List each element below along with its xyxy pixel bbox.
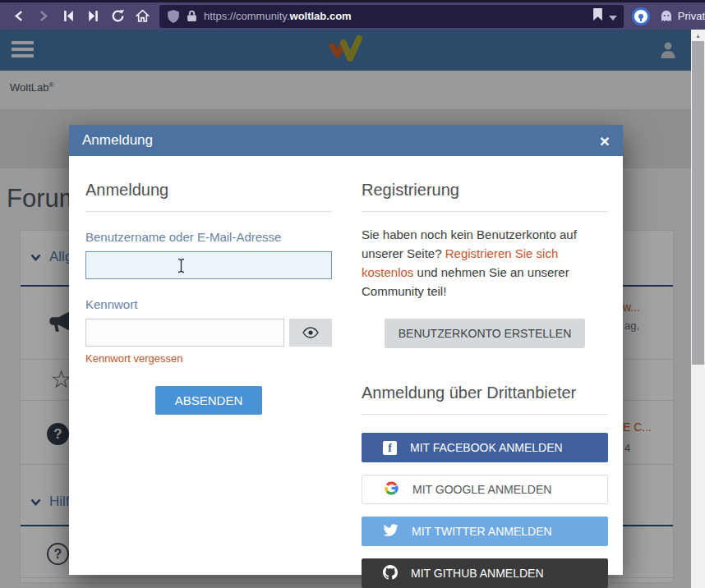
modal-title: Anmeldung: [82, 132, 153, 149]
private-browsing-indicator: Privat: [660, 10, 705, 23]
third-party-heading: Anmeldung über Drittanbieter: [362, 375, 608, 415]
lock-icon[interactable]: [182, 10, 200, 22]
url-prefix: https://community.: [204, 10, 290, 22]
url-domain: woltlab.com: [290, 10, 352, 22]
private-label: Privat: [678, 10, 705, 22]
username-label: Benutzername oder E-Mail-Adresse: [85, 230, 332, 244]
close-icon[interactable]: ×: [600, 132, 610, 149]
scrollbar[interactable]: ▲: [691, 30, 705, 588]
registration-heading: Registrierung: [362, 172, 608, 212]
show-password-button[interactable]: [289, 319, 332, 347]
private-mask-icon: [660, 10, 673, 23]
password-label: Kennwort: [85, 297, 332, 311]
forward-button[interactable]: [31, 5, 56, 28]
login-modal: Anmeldung × Anmeldung Benutzername oder …: [69, 125, 623, 575]
twitter-icon: [383, 524, 399, 540]
text-cursor-icon: [177, 258, 186, 277]
back-button[interactable]: [7, 5, 31, 28]
facebook-icon: f: [383, 441, 397, 455]
twitter-login-button[interactable]: MIT TWITTER ANMELDEN: [362, 517, 608, 546]
create-account-button[interactable]: BENUTZERKONTO ERSTELLEN: [385, 319, 586, 348]
reload-button[interactable]: [105, 5, 130, 28]
login-heading: Anmeldung: [85, 172, 332, 212]
bookmark-dropdown-caret-icon[interactable]: [609, 9, 617, 24]
onepassword-extension-icon[interactable]: [632, 7, 650, 25]
google-login-button[interactable]: MIT GOOGLE ANMELDEN: [362, 475, 608, 504]
modal-header: Anmeldung ×: [69, 125, 623, 156]
scrollbar-thumb[interactable]: [692, 41, 704, 365]
login-column: Anmeldung Benutzername oder E-Mail-Adres…: [85, 172, 332, 588]
browser-toolbar: https://community.woltlab.com Privat: [0, 0, 705, 30]
home-button[interactable]: [130, 5, 154, 28]
url-text[interactable]: https://community.woltlab.com: [204, 10, 593, 22]
registration-column: Registrierung Sie haben noch kein Benutz…: [362, 172, 608, 588]
github-icon: [383, 565, 398, 582]
submit-button[interactable]: ABSENDEN: [155, 386, 263, 415]
google-icon: [384, 480, 399, 498]
tracking-shield-icon[interactable]: [164, 10, 182, 23]
registration-text: Sie haben noch kein Benutzerkonto auf un…: [362, 225, 608, 301]
bookmark-icon[interactable]: [593, 8, 602, 24]
scrollbar-up-arrow[interactable]: ▲: [691, 30, 705, 41]
username-input[interactable]: [85, 251, 332, 279]
facebook-login-button[interactable]: f MIT FACEBOOK ANMELDEN: [362, 433, 608, 462]
password-input[interactable]: [85, 319, 284, 347]
skip-back-icon[interactable]: [56, 5, 81, 28]
browser-window: https://community.woltlab.com Privat: [0, 0, 705, 588]
address-bar[interactable]: https://community.woltlab.com: [159, 5, 624, 28]
github-login-button[interactable]: MIT GITHUB ANMELDEN: [362, 558, 608, 588]
eye-icon: [302, 327, 319, 338]
skip-forward-icon[interactable]: [81, 5, 105, 28]
forgot-password-link[interactable]: Kennwort vergessen: [85, 352, 183, 365]
